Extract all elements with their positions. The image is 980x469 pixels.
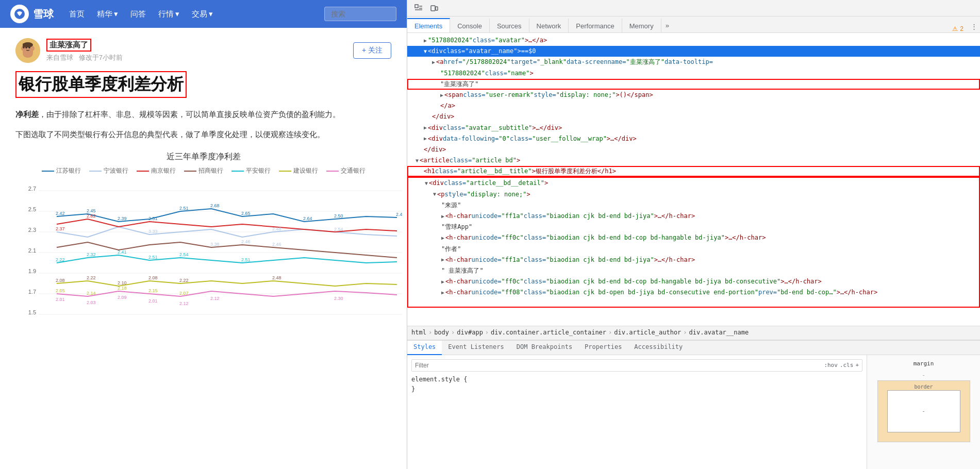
nav-jinghua[interactable]: 精华 ▾	[97, 9, 118, 19]
legend-zhaoshangyh: 招商银行	[184, 166, 223, 175]
chart-legend: 江苏银行 宁波银行 南京银行 招商银行 平安银行	[15, 166, 391, 175]
styles-tab-accessibility[interactable]: Accessibility	[628, 341, 689, 355]
svg-text:2.15: 2.15	[148, 288, 158, 293]
breadcrumb-body[interactable]: body	[434, 328, 449, 338]
legend-line	[137, 171, 149, 172]
legend-line	[89, 171, 102, 172]
elem-author-name-text[interactable]: "韭菜涨高了"	[407, 79, 980, 90]
svg-text:2.51: 2.51	[241, 257, 251, 262]
svg-text:1.7: 1.7	[28, 289, 36, 295]
cls-toggle[interactable]: .cls	[840, 361, 854, 370]
tab-more-button[interactable]: »	[661, 18, 673, 32]
article-body: 净利差，由于排除了杠杆率、非息、规模等因素，可以简单直接反映单位资产负债的盈利能…	[15, 107, 391, 141]
nav-home[interactable]: 首页	[69, 9, 85, 19]
svg-text:2.18: 2.18	[118, 286, 127, 291]
article-author: 韭菜涨高了 来自雪球 修改于7小时前 + 关注	[15, 38, 391, 63]
add-style-btn[interactable]: +	[855, 361, 859, 370]
svg-text:2.54: 2.54	[179, 252, 189, 257]
elem-hchar-ff1a-2[interactable]: ▶ <h-char unicode= "ff1a" class= "biaodi…	[408, 255, 979, 265]
xueqiu-logo[interactable]: 雪球	[10, 5, 54, 23]
styles-filter[interactable]: :hov .cls +	[411, 359, 862, 372]
device-toggle-button[interactable]	[427, 1, 441, 15]
svg-rect-9	[23, 43, 25, 48]
nav-jiaoyi[interactable]: 交易 ▾	[192, 9, 213, 19]
elem-close-div-2[interactable]: </div>	[407, 144, 980, 155]
svg-text:2.7: 2.7	[28, 186, 36, 192]
xueqiu-logo-icon	[10, 5, 29, 23]
elem-hchar-ff0c-1[interactable]: ▶ <h-char unicode= "ff0c" class= "biaodi…	[408, 232, 979, 243]
author-name[interactable]: 韭菜涨高了	[46, 39, 91, 52]
elem-text-authorname[interactable]: " 韭菜涨高了"	[408, 265, 979, 276]
devtools-menu-button[interactable]: ⋮	[968, 20, 980, 32]
tab-network[interactable]: Network	[529, 18, 569, 32]
styles-tab-styles[interactable]: Styles	[407, 341, 442, 355]
svg-text:2.48: 2.48	[272, 275, 281, 280]
legend-jiaotonyh: 交通银行	[326, 166, 366, 175]
article-title: 银行股单季度利差分析	[16, 72, 186, 97]
breadcrumb-html[interactable]: html	[411, 328, 426, 338]
elem-hchar-ff1a-1[interactable]: ▶ <h-char unicode= "ff1a" class= "biaodi…	[408, 211, 979, 222]
warning-count: 2	[960, 25, 964, 32]
breadcrumb-app[interactable]: div#app	[457, 328, 483, 338]
tab-sources[interactable]: Sources	[490, 18, 529, 32]
elem-close-div[interactable]: </div>	[407, 111, 980, 122]
elem-text-laiyuan[interactable]: "来源"	[408, 200, 979, 211]
svg-text:2.48: 2.48	[272, 226, 281, 231]
elem-close-a[interactable]: </a>	[407, 100, 980, 111]
elem-avatar-name-div[interactable]: ▼ <div class= "avatar__name" > == $0	[407, 46, 980, 57]
follow-button[interactable]: + 关注	[353, 42, 391, 59]
chart-area: 近三年单季度净利差 江苏银行 宁波银行 南京银行 招商银行	[15, 152, 391, 325]
elem-a-href[interactable]: ▶ <a href= "/5178802024" target= "_blank…	[407, 57, 980, 68]
svg-text:2.07: 2.07	[179, 291, 189, 296]
inspect-element-button[interactable]	[411, 1, 426, 15]
tab-console[interactable]: Console	[450, 18, 490, 32]
nav-hangqing[interactable]: 行情 ▾	[158, 9, 179, 19]
breadcrumb-container[interactable]: div.container.article_container	[491, 328, 606, 338]
breadcrumb-author[interactable]: div.article_author	[614, 328, 681, 338]
svg-text:2.45: 2.45	[87, 208, 96, 213]
tree-triangle[interactable]: ▶	[424, 37, 427, 45]
box-model: border -	[877, 380, 970, 442]
breadcrumb-avatar-name[interactable]: div.avatar__name	[689, 328, 749, 338]
elem-text-xueqiuapp[interactable]: "雪球App"	[408, 222, 979, 232]
elem-user-follow-wrap[interactable]: ▶ <div data-following= "0" class= "user_…	[407, 133, 980, 144]
elem-name-class[interactable]: "5178802024" class= "name" >	[407, 68, 980, 79]
styles-tab-properties[interactable]: Properties	[578, 341, 628, 355]
tab-performance[interactable]: Performance	[569, 18, 622, 32]
author-info: 韭菜涨高了 来自雪球 修改于7小时前	[46, 39, 123, 62]
svg-text:2.42: 2.42	[56, 211, 65, 216]
svg-text:2.30: 2.30	[334, 296, 343, 301]
svg-text:2.09: 2.09	[118, 295, 127, 300]
svg-text:2.08: 2.08	[56, 278, 65, 283]
svg-rect-66	[415, 5, 418, 8]
search-input[interactable]	[324, 7, 396, 21]
article-content: 韭菜涨高了 来自雪球 修改于7小时前 + 关注 银行股单季度利差分析 净利差，由…	[0, 28, 407, 469]
elem-text-zuozhe[interactable]: "作者"	[408, 244, 979, 255]
chevron-down-icon: ▾	[175, 9, 179, 19]
devtools-toolbar	[407, 0, 980, 16]
tab-elements[interactable]: Elements	[407, 18, 450, 32]
elem-p-display-none[interactable]: ▼ <p style= "display: none;" >	[408, 189, 979, 200]
styles-tab-dom-breakpoints[interactable]: DOM Breakpoints	[510, 341, 578, 355]
elem-user-remark[interactable]: ▶ <span class= "user-remark" style= "dis…	[407, 90, 980, 100]
elements-panel: ▶ "5178802024" class= "avatar" >…</a> ▼ …	[407, 33, 980, 469]
elem-avatar-subtitle[interactable]: ▶ <div class= "avatar__subtitle" >…</div…	[407, 123, 980, 133]
svg-text:2.64: 2.64	[303, 216, 312, 221]
elem-hchar-ff08[interactable]: ▶ <h-char unicode= "ff08" class= "biaodi…	[408, 287, 979, 298]
svg-text:2.1: 2.1	[28, 247, 36, 254]
elem-article-bd-detail[interactable]: ▼ <div class= "article__bd__detail" >	[407, 177, 980, 189]
svg-text:2.32: 2.32	[87, 252, 96, 257]
svg-text:2.46: 2.46	[272, 242, 281, 247]
styles-panel: Styles Event Listeners DOM Breakpoints P…	[407, 340, 980, 469]
hov-toggle[interactable]: :hov	[824, 361, 838, 370]
elem-h1-title[interactable]: <h1 class= "article__bd__title" >银行股单季度利…	[407, 166, 980, 177]
elem-hchar-ff0c-2[interactable]: ▶ <h-char unicode= "ff0c" class= "biaodi…	[408, 276, 979, 287]
styles-tab-event-listeners[interactable]: Event Listeners	[442, 341, 510, 355]
tab-memory[interactable]: Memory	[622, 18, 661, 32]
styles-filter-input[interactable]	[415, 362, 824, 369]
elem-avatar-a[interactable]: ▶ "5178802024" class= "avatar" >…</a>	[407, 35, 980, 46]
nav-wenda[interactable]: 问答	[130, 9, 146, 19]
svg-text:2.62: 2.62	[87, 213, 96, 219]
elem-article[interactable]: ▼ <article class= "article bd" >	[407, 155, 980, 166]
legend-line	[184, 171, 196, 172]
